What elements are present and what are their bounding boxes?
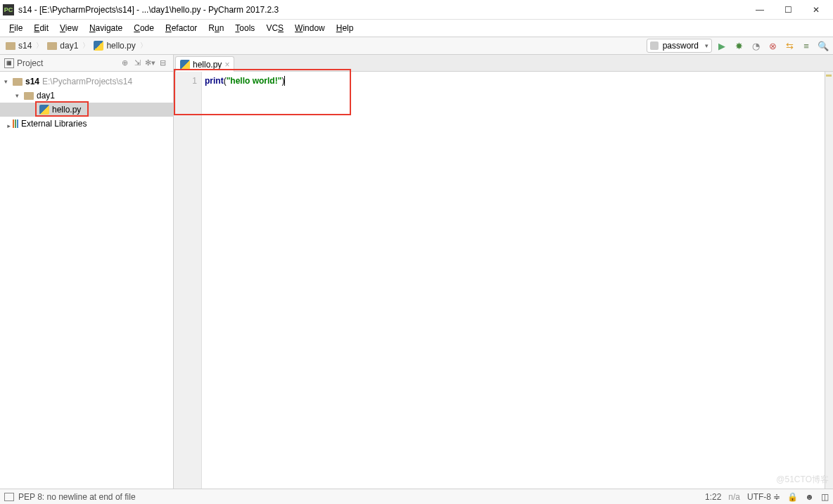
crumb-sep: 〉 bbox=[140, 41, 147, 51]
encoding[interactable]: UTF-8 ≑ bbox=[747, 492, 780, 502]
status-icon[interactable] bbox=[4, 493, 14, 501]
maximize-button[interactable]: ☐ bbox=[774, 1, 802, 19]
tree-external-libs[interactable]: ▾ External Libraries bbox=[0, 117, 173, 131]
project-icon: ▦ bbox=[4, 58, 14, 68]
debug-icon[interactable]: ✸ bbox=[732, 39, 746, 53]
memory-icon[interactable]: ◫ bbox=[821, 492, 829, 502]
menu-code[interactable]: Code bbox=[129, 22, 159, 34]
status-message: PEP 8: no newline at end of file bbox=[18, 492, 136, 502]
run-config-selector[interactable]: password bbox=[647, 39, 712, 53]
tab-label: hello.py bbox=[193, 60, 222, 70]
menu-window[interactable]: Window bbox=[290, 22, 330, 34]
minimize-button[interactable]: — bbox=[746, 1, 774, 19]
scroll-to-source-icon[interactable]: ⊕ bbox=[118, 58, 131, 67]
caret-position[interactable]: 1:22 bbox=[705, 492, 721, 502]
inspector-icon[interactable]: ☻ bbox=[805, 492, 814, 502]
project-label: Project bbox=[17, 58, 118, 68]
collapse-icon[interactable]: ⇲ bbox=[131, 58, 144, 67]
run-icon[interactable]: ▶ bbox=[715, 39, 729, 53]
tree-root[interactable]: ▾ s14 E:\PycharmProjects\s14 bbox=[0, 75, 173, 89]
python-icon bbox=[180, 60, 190, 70]
crumb-file[interactable]: hello.py bbox=[91, 41, 138, 51]
warning-mark[interactable] bbox=[826, 75, 832, 77]
menu-help[interactable]: Help bbox=[331, 22, 359, 34]
menubar: File Edit View Navigate Code Refactor Ru… bbox=[0, 20, 833, 37]
menu-file[interactable]: File bbox=[4, 22, 27, 34]
code-line-1[interactable]: print("hello world!") bbox=[202, 72, 825, 489]
status-bar: PEP 8: no newline at end of file 1:22 n/… bbox=[0, 489, 833, 504]
search-icon[interactable]: 🔍 bbox=[816, 39, 830, 53]
crumb-sep: 〉 bbox=[36, 41, 43, 51]
project-tree[interactable]: ▾ s14 E:\PycharmProjects\s14 ▾ day1 hell… bbox=[0, 72, 173, 489]
crumb-day1[interactable]: day1 bbox=[44, 41, 81, 51]
menu-vcs[interactable]: VCS bbox=[261, 22, 288, 34]
status-na: n/a bbox=[728, 492, 740, 502]
folder-icon bbox=[47, 42, 57, 50]
code-editor[interactable]: 1 print("hello world!") bbox=[174, 72, 833, 489]
folder-icon bbox=[13, 78, 23, 86]
menu-refactor[interactable]: Refactor bbox=[160, 22, 202, 34]
coverage-icon[interactable]: ◔ bbox=[749, 39, 763, 53]
editor-tabs: hello.py × bbox=[174, 55, 833, 72]
folder-icon bbox=[6, 42, 15, 50]
python-icon bbox=[94, 41, 103, 51]
error-stripe[interactable] bbox=[825, 72, 833, 489]
crumb-s14[interactable]: s14 bbox=[3, 41, 34, 51]
lock-icon[interactable]: 🔒 bbox=[787, 492, 798, 502]
watermark: @51CTO博客 bbox=[776, 474, 829, 486]
app-icon: PC bbox=[3, 4, 14, 15]
close-tab-icon[interactable]: × bbox=[224, 60, 229, 70]
breadcrumb: s14 〉 day1 〉 hello.py 〉 bbox=[3, 41, 147, 51]
hide-icon[interactable]: ⊟ bbox=[156, 58, 169, 67]
structure-icon[interactable]: ≡ bbox=[799, 39, 813, 53]
close-button[interactable]: ✕ bbox=[802, 1, 830, 19]
settings-icon[interactable]: ✻▾ bbox=[144, 58, 156, 67]
menu-edit[interactable]: Edit bbox=[29, 22, 53, 34]
tree-file-hellopy[interactable]: hello.py bbox=[0, 103, 173, 117]
folder-icon bbox=[24, 92, 34, 100]
chevron-down-icon[interactable]: ▾ bbox=[4, 78, 13, 85]
tab-hellopy[interactable]: hello.py × bbox=[175, 56, 234, 72]
menu-view[interactable]: View bbox=[55, 22, 83, 34]
stop-icon[interactable]: ⊗ bbox=[765, 39, 780, 53]
python-icon bbox=[39, 105, 49, 115]
crumb-sep: 〉 bbox=[82, 41, 89, 51]
chevron-down-icon[interactable]: ▾ bbox=[15, 92, 24, 99]
menu-navigate[interactable]: Navigate bbox=[84, 22, 127, 34]
menu-tools[interactable]: Tools bbox=[230, 22, 260, 34]
chevron-right-icon[interactable]: ▾ bbox=[5, 119, 12, 128]
update-icon[interactable]: ⇆ bbox=[782, 39, 796, 53]
project-tool-header[interactable]: ▦ Project ⊕ ⇲ ✻▾ ⊟ bbox=[0, 55, 173, 72]
gutter: 1 bbox=[174, 72, 202, 489]
menu-run[interactable]: Run bbox=[203, 22, 229, 34]
window-title: s14 - [E:\PycharmProjects\s14] - ...\day… bbox=[18, 5, 746, 15]
libraries-icon bbox=[13, 119, 18, 128]
tree-folder-day1[interactable]: ▾ day1 bbox=[0, 89, 173, 103]
